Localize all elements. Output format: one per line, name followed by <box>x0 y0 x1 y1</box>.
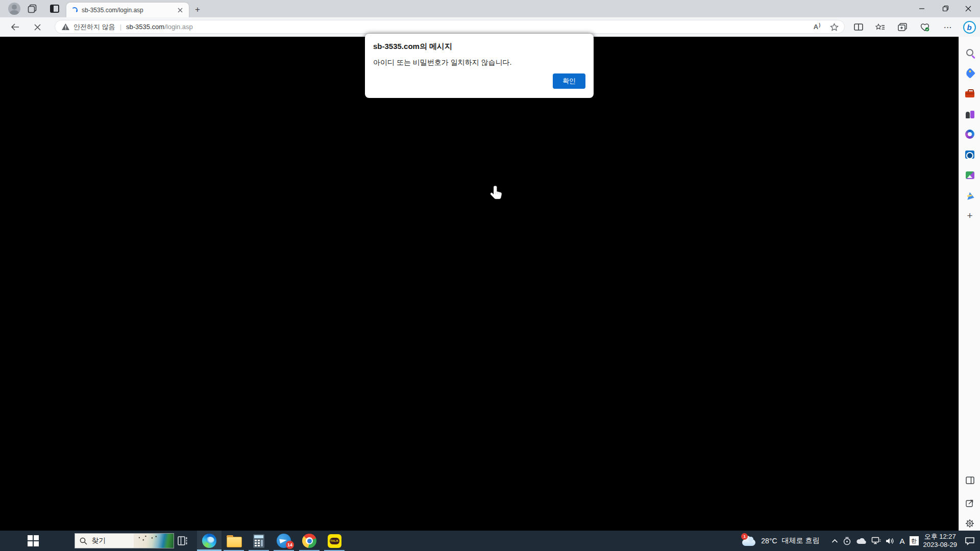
sidebar-open-in-window-button[interactable] <box>962 495 978 511</box>
clock-time: 오후 12:27 <box>923 533 958 541</box>
favorites-button[interactable] <box>872 17 888 37</box>
page-content[interactable] <box>0 37 959 531</box>
speaker-icon <box>886 537 895 545</box>
shopping-tag-icon <box>964 67 975 78</box>
system-tray: 1 28°C 대체로 흐림 <box>742 531 980 551</box>
url-path: /login.asp <box>164 23 193 31</box>
tab-loading-spinner-icon <box>71 7 78 13</box>
taskbar-search-box[interactable]: 찾기 <box>75 533 174 548</box>
search-icon <box>966 49 973 56</box>
weather-cloud-icon <box>742 539 755 546</box>
taskbar-messenger-button[interactable]: 14 <box>272 531 296 551</box>
split-screen-button[interactable] <box>850 17 867 37</box>
microsoft-365-icon <box>965 130 974 139</box>
sidebar-games-button[interactable] <box>962 106 978 122</box>
show-hidden-icons-button[interactable] <box>831 539 838 543</box>
favorites-list-icon <box>875 23 885 31</box>
back-button[interactable] <box>7 17 22 37</box>
sidebar-shopping-button[interactable] <box>962 65 978 81</box>
minimize-icon <box>919 6 925 12</box>
onedrive-button[interactable] <box>856 537 867 544</box>
sidebar-settings-button[interactable] <box>962 515 978 532</box>
not-secure-warning-icon <box>61 23 70 31</box>
back-arrow-icon <box>11 23 19 31</box>
window-close-button[interactable] <box>957 0 980 17</box>
address-bar[interactable]: 안전하지 않음 | sb-3535.com/login.asp A) <box>55 20 845 34</box>
file-explorer-icon <box>227 535 241 546</box>
bing-chat-icon: b <box>963 21 976 34</box>
profile-avatar-icon <box>8 3 20 15</box>
sidebar-tools-button[interactable] <box>962 85 978 102</box>
tab-close-button[interactable] <box>176 6 185 15</box>
bing-chat-button[interactable]: b <box>961 17 978 37</box>
chevron-up-icon <box>831 539 838 543</box>
collections-icon <box>898 23 907 31</box>
taskbar-file-explorer-button[interactable] <box>222 531 246 551</box>
start-button[interactable] <box>21 531 45 551</box>
search-highlight-image[interactable] <box>134 534 174 548</box>
task-view-button[interactable] <box>170 531 195 551</box>
taskbar-edge-button[interactable] <box>197 531 222 551</box>
taskbar-chrome-button[interactable] <box>297 531 322 551</box>
side-panel-icon <box>966 477 974 484</box>
close-icon <box>178 8 183 13</box>
tray-app-button[interactable] <box>843 537 851 545</box>
clock-date: 2023-08-29 <box>923 541 958 549</box>
taskbar-calculator-button[interactable] <box>247 531 271 551</box>
workspaces-button[interactable] <box>26 0 39 17</box>
browser-essentials-icon <box>920 23 930 32</box>
edge-sidebar: + <box>959 37 980 531</box>
weather-condition[interactable]: 대체로 흐림 <box>782 536 820 545</box>
profile-button[interactable] <box>7 0 21 17</box>
settings-and-more-button[interactable]: ⋯ <box>940 17 956 37</box>
sidebar-customize-button[interactable]: + <box>962 208 978 224</box>
taskbar-kakaotalk-button[interactable]: TALK <box>322 531 347 551</box>
calculator-icon <box>253 534 264 548</box>
browser-tab[interactable]: sb-3535.com/login.asp <box>66 3 189 17</box>
window-restore-button[interactable] <box>934 0 957 17</box>
sidebar-search-button[interactable] <box>962 44 978 61</box>
vertical-tabs-icon <box>50 5 59 13</box>
alert-ok-button[interactable]: 확인 <box>553 73 585 89</box>
url-text[interactable]: sb-3535.com/login.asp <box>126 23 193 31</box>
ime-mode-indicator[interactable]: A <box>899 537 904 545</box>
action-center-button[interactable] <box>965 537 975 545</box>
weather-button[interactable]: 1 <box>742 535 756 546</box>
tab-actions-button[interactable] <box>48 0 61 17</box>
task-view-icon <box>177 536 188 546</box>
sidebar-outlook-button[interactable] <box>962 146 978 163</box>
ime-korean-indicator[interactable]: 한 <box>910 536 919 545</box>
network-button[interactable] <box>871 537 881 545</box>
sidebar-microsoft365-button[interactable] <box>962 126 978 142</box>
kakaotalk-icon: TALK <box>328 534 341 548</box>
sidebar-panel-button[interactable] <box>962 472 978 488</box>
tray-app-icon <box>843 537 851 545</box>
toolbox-icon <box>965 91 974 97</box>
collections-button[interactable] <box>894 17 911 37</box>
sidebar-drop-button[interactable] <box>962 187 978 204</box>
gear-icon <box>965 519 974 528</box>
tab-strip: sb-3535.com/login.asp + <box>0 0 980 17</box>
browser-essentials-button[interactable] <box>917 17 933 37</box>
favorite-this-page-button[interactable] <box>827 20 841 34</box>
alert-dialog: sb-3535.com의 메시지 아이디 또는 비밀번호가 일치하지 않습니다.… <box>365 34 594 98</box>
sidebar-image-creator-button[interactable] <box>962 167 978 183</box>
alert-dialog-title: sb-3535.com의 메시지 <box>373 42 585 52</box>
star-icon <box>830 23 839 31</box>
windows-taskbar: 찾기 14 TALK 1 <box>0 531 980 551</box>
stop-x-icon <box>34 24 41 31</box>
read-aloud-button[interactable]: A) <box>810 20 824 34</box>
weather-temperature[interactable]: 28°C <box>761 537 777 545</box>
split-screen-icon <box>854 23 863 31</box>
taskbar-clock[interactable]: 오후 12:27 2023-08-29 <box>923 533 958 549</box>
read-aloud-wave: ) <box>819 22 820 28</box>
outlook-icon <box>965 151 974 159</box>
security-status-label[interactable]: 안전하지 않음 <box>74 22 115 32</box>
volume-button[interactable] <box>886 537 895 545</box>
paper-plane-icon <box>965 191 974 200</box>
window-minimize-button[interactable] <box>910 0 934 17</box>
url-host: sb-3535.com <box>126 23 164 31</box>
close-icon <box>965 6 971 12</box>
stop-loading-button[interactable] <box>30 17 45 37</box>
new-tab-button[interactable]: + <box>191 3 204 16</box>
